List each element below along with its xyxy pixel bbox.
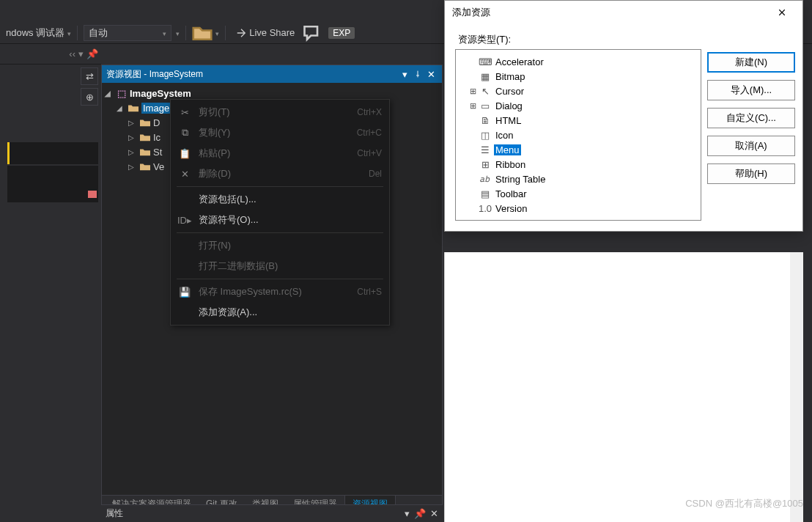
feedback-icon[interactable] <box>302 25 322 41</box>
menu-item-label: 保存 ImageSystem.rc(S) <box>199 285 350 298</box>
resource-type-item[interactable]: ⊞Ribbon <box>459 157 698 172</box>
id-icon: ID▸ <box>178 215 191 226</box>
pin-icon[interactable]: 📌 <box>414 508 426 519</box>
tree-label: D <box>153 117 160 128</box>
resource-type-item[interactable]: 🗎HTML <box>459 113 698 128</box>
context-menu: ✂剪切(T)Ctrl+X⧉复制(Y)Ctrl+C📋粘贴(P)Ctrl+V✕删除(… <box>170 99 390 326</box>
menu-item-shortcut: Del <box>369 169 382 179</box>
dialog-button-column: 新建(N) 导入(M)... 自定义(C)... 取消(A) 帮助(H) <box>707 30 795 221</box>
custom-button[interactable]: 自定义(C)... <box>707 108 795 128</box>
folder-icon <box>128 102 139 114</box>
tree-label: Ve <box>153 161 164 172</box>
resource-type-item[interactable]: ⊞↖Cursor <box>459 84 698 98</box>
menu-item: 打开二进制数据(B) <box>171 256 389 276</box>
folder-icon <box>139 117 151 128</box>
separator <box>225 26 226 40</box>
debugger-label: ndows 调试器 <box>6 26 64 40</box>
type-label: Cursor <box>494 86 525 97</box>
scrollbar[interactable] <box>790 252 803 522</box>
tree-label: Ic <box>153 132 160 143</box>
menu-item-label: 添加资源(A)... <box>199 306 374 319</box>
chevron-down-icon <box>163 27 166 38</box>
import-button[interactable]: 导入(M)... <box>707 80 795 100</box>
resource-type-list[interactable]: ⌨Accelerator▦Bitmap⊞↖Cursor⊞▭Dialog🗎HTML… <box>455 49 701 221</box>
properties-title: 属性 <box>106 507 405 520</box>
resource-type-item[interactable]: ⊞▭Dialog <box>459 98 698 113</box>
del-icon: ✕ <box>178 169 191 180</box>
dropdown-icon[interactable]: ▾ <box>398 67 411 81</box>
type-label: 资源类型(T): <box>455 30 701 49</box>
close-icon[interactable]: ✕ <box>424 67 438 81</box>
new-button[interactable]: 新建(N) <box>707 52 795 73</box>
type-icon: 1.0 <box>479 202 492 214</box>
menu-item-shortcut: Ctrl+C <box>357 128 382 138</box>
menu-item-shortcut: Ctrl+X <box>357 107 382 117</box>
pin-icon[interactable]: 📌 <box>86 48 98 59</box>
resource-type-item[interactable]: ▤Toolbar <box>459 186 698 201</box>
type-icon: ▭ <box>479 100 492 111</box>
type-label: Dialog <box>494 100 524 111</box>
folder-icon <box>139 161 151 172</box>
menu-item[interactable]: 添加资源(A)... <box>171 302 389 323</box>
menu-item-label: 打开(N) <box>199 239 374 252</box>
folder-icon <box>139 146 151 158</box>
resource-type-item[interactable]: ⌨Accelerator <box>459 54 698 69</box>
cancel-button[interactable]: 取消(A) <box>707 136 795 156</box>
menu-item[interactable]: 资源包括(L)... <box>171 189 389 210</box>
close-icon[interactable]: ✕ <box>430 508 438 519</box>
tab-stub[interactable] <box>7 142 98 164</box>
chevron-left-icon[interactable]: ‹‹ <box>69 48 75 59</box>
menu-item: 打开(N) <box>171 235 389 256</box>
folder-open-icon[interactable] <box>192 25 213 41</box>
type-icon: ▤ <box>479 188 492 199</box>
help-button[interactable]: 帮助(H) <box>707 163 795 184</box>
type-label: String Table <box>494 174 547 185</box>
resource-type-item[interactable]: ▦Bitmap <box>459 69 698 84</box>
properties-panel-header: 属性 ▾ 📌 ✕ <box>101 504 443 522</box>
panel-header: 资源视图 - ImageSystem ▾ ✕ <box>102 65 442 83</box>
menu-item-label: 复制(Y) <box>199 126 350 139</box>
menu-item-label: 剪切(T) <box>199 106 350 119</box>
menu-separator <box>177 279 383 279</box>
resource-type-item[interactable]: 𝘢𝘣String Table <box>459 172 698 186</box>
menu-item-label: 资源包括(L)... <box>199 193 374 206</box>
tree-project-node[interactable]: ◢ ⬚ ImageSystem <box>102 86 442 100</box>
dropdown-icon[interactable]: ▾ <box>405 508 410 519</box>
type-icon: 🗎 <box>479 114 492 126</box>
dialog-title: 添加资源 <box>452 6 769 19</box>
tree-label: ImageSystem <box>130 88 191 99</box>
project-icon: ⬚ <box>116 87 128 99</box>
type-label: Menu <box>494 144 521 155</box>
cut-icon: ✂ <box>178 107 191 118</box>
type-label: HTML <box>494 115 523 126</box>
chevron-down-icon[interactable] <box>67 27 71 38</box>
anchor-icon[interactable]: ⊕ <box>81 88 98 106</box>
dialog-close-button[interactable] <box>769 2 795 23</box>
type-icon: ⊞ <box>479 158 492 170</box>
separator <box>185 26 186 40</box>
menu-item: ✕删除(D)Del <box>171 163 389 184</box>
menu-separator <box>177 232 383 233</box>
menu-item: 📋粘贴(P)Ctrl+V <box>171 143 389 163</box>
config-combo[interactable]: 自动 <box>84 25 171 41</box>
chevron-down-icon[interactable] <box>215 27 219 38</box>
swap-icon[interactable]: ⇄ <box>81 67 98 85</box>
resource-type-item[interactable]: ◫Icon <box>459 128 698 142</box>
resource-type-item[interactable]: ☰Menu <box>459 142 698 157</box>
copy-icon: ⧉ <box>178 127 191 139</box>
menu-item: ✂剪切(T)Ctrl+X <box>171 102 389 122</box>
pin-icon[interactable] <box>411 67 424 81</box>
tab-stub[interactable] <box>7 166 98 202</box>
autohide-icon[interactable]: ▾ <box>78 48 84 59</box>
separator <box>77 26 78 40</box>
folder-icon <box>139 131 151 143</box>
resource-type-item[interactable]: 1.0Version <box>459 201 698 216</box>
type-icon: ▦ <box>479 70 492 82</box>
liveshare-button[interactable]: Live Share <box>232 26 299 40</box>
type-label: Version <box>494 203 528 214</box>
menu-item-shortcut: Ctrl+S <box>357 287 382 297</box>
tree-label: St <box>153 147 162 158</box>
menu-item[interactable]: ID▸资源符号(O)... <box>171 210 389 230</box>
type-icon: ◫ <box>479 129 492 141</box>
chevron-down-icon[interactable] <box>176 27 180 38</box>
